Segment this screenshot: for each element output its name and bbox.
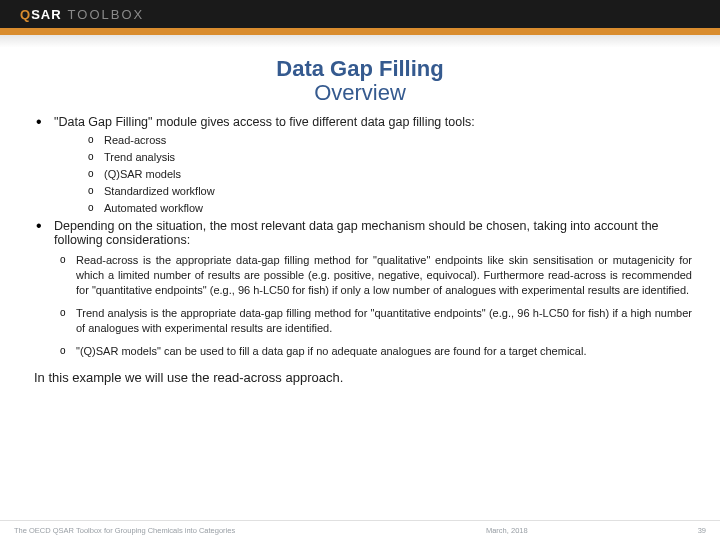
consideration-item: Read-across is the appropriate data-gap …: [60, 253, 692, 298]
consideration-list: Read-across is the appropriate data-gap …: [54, 253, 692, 358]
bullet-item: "Data Gap Filling" module gives access t…: [28, 115, 692, 214]
title-main: Data Gap Filling: [28, 57, 692, 81]
footer: The OECD QSAR Toolbox for Grouping Chemi…: [0, 520, 720, 540]
consideration-item: Trend analysis is the appropriate data-g…: [60, 306, 692, 336]
tool-list: Read-across Trend analysis (Q)SAR models…: [54, 134, 692, 214]
shadow-gradient: [0, 35, 720, 53]
tool-item: (Q)SAR models: [84, 168, 692, 180]
logo-sar: SAR: [31, 7, 61, 22]
logo-q: Q: [20, 7, 31, 22]
footer-left: The OECD QSAR Toolbox for Grouping Chemi…: [14, 526, 486, 535]
tool-item: Trend analysis: [84, 151, 692, 163]
footer-page: 39: [698, 526, 706, 535]
tool-item: Read-across: [84, 134, 692, 146]
bullet-list: "Data Gap Filling" module gives access t…: [28, 115, 692, 358]
consideration-item: "(Q)SAR models" can be used to fill a da…: [60, 344, 692, 359]
bullet-text: "Data Gap Filling" module gives access t…: [54, 115, 475, 129]
tool-item: Automated workflow: [84, 202, 692, 214]
bullet-text: Depending on the situation, the most rel…: [54, 219, 659, 247]
closing-text: In this example we will use the read-acr…: [34, 370, 692, 385]
logo-qsar: QSAR: [20, 7, 62, 22]
title-block: Data Gap Filling Overview: [28, 57, 692, 105]
bullet-item: Depending on the situation, the most rel…: [28, 219, 692, 358]
title-sub: Overview: [28, 81, 692, 105]
orange-accent-bar: [0, 28, 720, 35]
slide-content: Data Gap Filling Overview "Data Gap Fill…: [0, 57, 720, 385]
footer-date: March, 2018: [486, 526, 528, 535]
logo-toolbox: TOOLBOX: [68, 7, 145, 22]
header-bar: QSAR TOOLBOX: [0, 0, 720, 28]
tool-item: Standardized workflow: [84, 185, 692, 197]
